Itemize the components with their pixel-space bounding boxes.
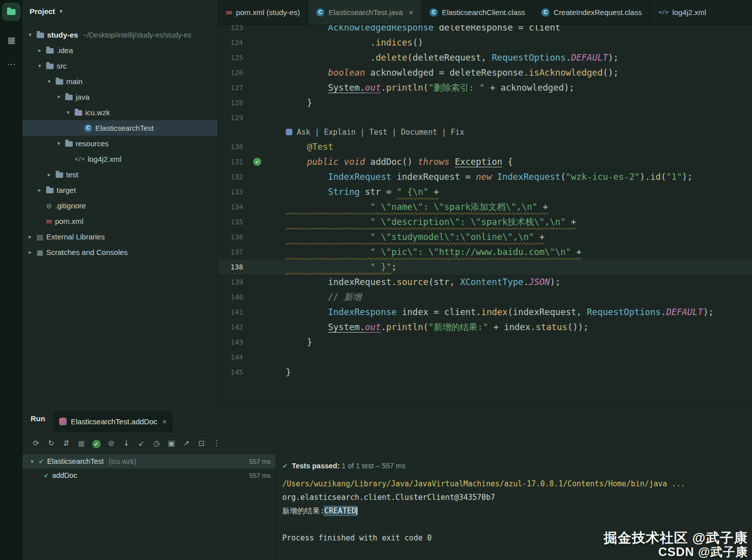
chevron-right-icon[interactable]: ▸	[36, 187, 43, 193]
project-tree-item[interactable]: ▸target	[23, 182, 218, 198]
line-number[interactable]: 144	[218, 350, 243, 365]
project-tree-item[interactable]: ▸.idea	[23, 43, 218, 58]
code-line[interactable]: 131✔ public void addDoc() throws Excepti…	[218, 154, 752, 169]
code-line[interactable]: 140 // 新增	[218, 290, 752, 305]
project-tree-item[interactable]: ⊘.gitignore	[23, 198, 218, 213]
line-number[interactable]: 142	[218, 320, 243, 335]
ai-inlay[interactable]: Ask | Explain | Test | Document | Fix	[286, 125, 464, 139]
show-ignored-icon[interactable]: ⊘	[104, 439, 119, 448]
screenshot-icon[interactable]: ▣	[164, 439, 179, 448]
line-number[interactable]: 124	[218, 35, 243, 50]
project-panel-header[interactable]: Project ▼	[23, 0, 218, 22]
code-line[interactable]: 134 " \"name\": \"spark添加文档\",\n" +	[218, 199, 752, 214]
code-line[interactable]: 144	[218, 350, 752, 365]
project-tree-item[interactable]: ▾study-es~/Desktop/intellij/study-es/stu…	[23, 27, 218, 43]
code-line[interactable]: 128 }	[218, 95, 752, 110]
line-number[interactable]: 126	[218, 65, 243, 80]
code-editor[interactable]: 123 AcknowledgedResponse deleteResponse …	[218, 25, 752, 405]
code-line[interactable]: 139 indexRequest.source(str, XContentTyp…	[218, 274, 752, 290]
code-line[interactable]: 124 .indices()	[218, 35, 752, 50]
line-number[interactable]: 128	[218, 95, 243, 110]
line-number[interactable]: 138	[218, 259, 243, 274]
project-tree-item[interactable]: CElasticsearchTest	[23, 120, 218, 136]
run-configuration-tab[interactable]: ElasticsearchTest.addDoc ×	[53, 411, 172, 432]
code-line[interactable]: 145}	[218, 365, 752, 380]
chevron-right-icon[interactable]: ▸	[27, 249, 34, 255]
test-tree-item[interactable]: ▾✔ElasticsearchTest(icu.wzk)557 ms	[23, 454, 276, 468]
code-line[interactable]: 129	[218, 110, 752, 125]
collapse-all-icon[interactable]: ↙	[134, 439, 149, 448]
project-folder-logo-icon[interactable]	[2, 3, 21, 21]
line-number[interactable]: 137	[218, 244, 243, 259]
code-line[interactable]: 123 AcknowledgedResponse deleteResponse …	[218, 25, 752, 35]
line-number[interactable]: 141	[218, 305, 243, 320]
chevron-right-icon[interactable]: ▸	[46, 171, 53, 178]
code-line[interactable]: 138 " }";	[218, 259, 752, 274]
run-options-icon[interactable]: ⇵	[59, 439, 74, 448]
run-test-passed-icon[interactable]: ✔	[253, 158, 261, 166]
show-passed-icon[interactable]: ✔	[89, 439, 104, 448]
code-line[interactable]: 126 boolean acknowledged = deleteRespons…	[218, 65, 752, 80]
code-line[interactable]: 132 IndexRequest indexRequest = new Inde…	[218, 169, 752, 184]
chevron-down-icon[interactable]: ▾	[65, 109, 72, 116]
line-number[interactable]: 143	[218, 335, 243, 350]
project-tree-item[interactable]: ▸▤External Libraries	[23, 229, 218, 244]
editor-tab[interactable]: CElasticsearchClient.class	[422, 0, 533, 25]
line-number[interactable]: 133	[218, 184, 243, 199]
sort-icon[interactable]: ↓	[119, 439, 134, 448]
line-number[interactable]: 132	[218, 169, 243, 184]
code-line[interactable]: 136 " \"studymodel\":\"online\",\n" +	[218, 229, 752, 244]
chevron-down-icon[interactable]: ▾	[55, 94, 62, 100]
project-tree-item[interactable]: ▾icu.wzk	[23, 105, 218, 120]
line-number[interactable]: 131	[218, 154, 243, 169]
project-tool-icon[interactable]: ▦	[7, 35, 15, 45]
code-line[interactable]: 142 System.out.println("新增的结果:" + index.…	[218, 320, 752, 335]
chevron-down-icon[interactable]: ▾	[36, 63, 43, 69]
more-tools-icon[interactable]: ⋯	[7, 59, 16, 69]
editor-tab[interactable]: CCreateIndexRequest.class	[533, 0, 650, 25]
line-number[interactable]: 123	[218, 25, 243, 35]
close-tab-icon[interactable]: ×	[162, 417, 167, 426]
code-line[interactable]: 137 " \"pic\": \"http://www.baidu.com\"\…	[218, 244, 752, 259]
stop-icon[interactable]: ■	[74, 439, 89, 448]
test-tree-item[interactable]: ✔addDoc557 ms	[23, 468, 276, 482]
chevron-down-icon[interactable]: ▾	[29, 458, 36, 465]
code-line[interactable]: 130 @Test	[218, 139, 752, 154]
line-number[interactable]: 145	[218, 365, 243, 380]
project-tree-item[interactable]: ▸test	[23, 167, 218, 182]
close-tab-icon[interactable]: ×	[409, 8, 414, 17]
project-tree-item[interactable]: mpom.xml	[23, 213, 218, 229]
test-history-icon[interactable]: ◷	[149, 439, 164, 448]
chevron-down-icon[interactable]: ▾	[27, 32, 34, 38]
pin-tab-icon[interactable]: ⊡	[194, 439, 209, 448]
line-number[interactable]: 129	[218, 110, 243, 125]
project-tree-item[interactable]: ▾src	[23, 58, 218, 74]
more-options-icon[interactable]: ⋮	[209, 439, 224, 448]
chevron-down-icon[interactable]: ▾	[46, 78, 53, 85]
code-line[interactable]: 127 System.out.println("删除索引: " + acknow…	[218, 80, 752, 95]
chevron-right-icon[interactable]: ▸	[36, 47, 43, 54]
line-number[interactable]: 130	[218, 139, 243, 154]
project-tree-item[interactable]: </>log4j2.xml	[23, 151, 218, 167]
line-number[interactable]: 139	[218, 274, 243, 290]
line-number[interactable]: 135	[218, 214, 243, 229]
rerun-failed-tests-icon[interactable]: ↻	[44, 439, 59, 448]
project-tree-item[interactable]: ▾resources	[23, 136, 218, 151]
editor-tab[interactable]: CElasticsearchTest.java×	[308, 0, 422, 25]
code-line[interactable]: 125 .delete(deleteRequest, RequestOption…	[218, 50, 752, 65]
code-line[interactable]: 141 IndexResponse index = client.index(i…	[218, 305, 752, 320]
line-number[interactable]: 125	[218, 50, 243, 65]
code-line[interactable]: 143 }	[218, 335, 752, 350]
project-tree-item[interactable]: ▾main	[23, 74, 218, 89]
line-number[interactable]: 136	[218, 229, 243, 244]
chevron-down-icon[interactable]: ▾	[55, 140, 62, 147]
line-number[interactable]: 134	[218, 199, 243, 214]
code-line[interactable]: 135 " \"description\": \"spark技术栈\",\n" …	[218, 214, 752, 229]
export-results-icon[interactable]: ↗	[179, 439, 194, 448]
run-tool-label[interactable]: Run	[31, 414, 45, 423]
line-number[interactable]: 127	[218, 80, 243, 95]
editor-tab[interactable]: </>log4j2.xml	[650, 0, 714, 25]
project-tree-item[interactable]: ▾java	[23, 89, 218, 105]
chevron-right-icon[interactable]: ▸	[27, 233, 34, 240]
code-line[interactable]: 133 String str = " {\n" +	[218, 184, 752, 199]
